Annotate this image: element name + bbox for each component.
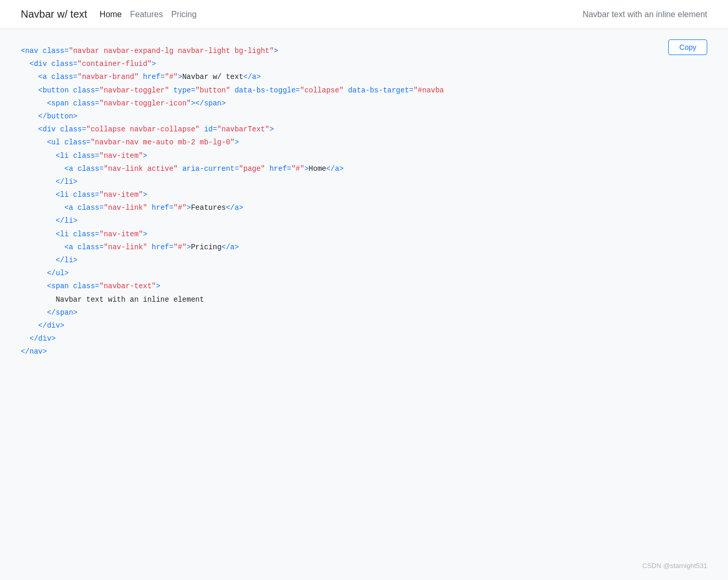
nav-link-pricing[interactable]: Pricing bbox=[171, 10, 197, 19]
code-line-10: <a class="nav-link active" aria-current=… bbox=[21, 163, 707, 176]
code-line-5: <span class="navbar-toggler-icon"></span… bbox=[21, 97, 707, 110]
code-line-3: <a class="navbar-brand" href="#">Navbar … bbox=[21, 71, 707, 84]
code-line-11: </li> bbox=[21, 176, 707, 188]
code-line-17: </li> bbox=[21, 254, 707, 267]
code-line-23: </div> bbox=[21, 332, 707, 345]
watermark: CSDN @starnight531 bbox=[642, 562, 707, 570]
code-line-22: </div> bbox=[21, 319, 707, 332]
code-line-16: <a class="nav-link" href="#">Pricing</a> bbox=[21, 241, 707, 254]
code-line-21: </span> bbox=[21, 306, 707, 319]
code-line-15: <li class="nav-item"> bbox=[21, 228, 707, 241]
code-line-12: <li class="nav-item"> bbox=[21, 188, 707, 201]
code-block: <nav class="navbar navbar-expand-lg navb… bbox=[21, 45, 707, 359]
code-line-18: </ul> bbox=[21, 267, 707, 280]
code-line-9: <li class="nav-item"> bbox=[21, 150, 707, 163]
navbar-brand: Navbar w/ text bbox=[21, 8, 87, 20]
code-line-8: <ul class="navbar-nav me-auto mb-2 mb-lg… bbox=[21, 136, 707, 149]
nav-link-home[interactable]: Home bbox=[100, 10, 122, 19]
code-line-6: </button> bbox=[21, 110, 707, 123]
code-line-19: <span class="navbar-text"> bbox=[21, 280, 707, 293]
code-line-13: <a class="nav-link" href="#">Features</a… bbox=[21, 201, 707, 214]
code-section: Copy <nav class="navbar navbar-expand-lg… bbox=[0, 29, 728, 496]
code-line-2: <div class="container-fluid"> bbox=[21, 58, 707, 71]
nav-link-features[interactable]: Features bbox=[130, 10, 163, 19]
code-line-4: <button class="navbar-toggler" type="but… bbox=[21, 84, 707, 97]
code-line-20: Navbar text with an inline element bbox=[21, 293, 707, 306]
navbar-text: Navbar text with an inline element bbox=[583, 10, 707, 19]
code-line-7: <div class="collapse navbar-collapse" id… bbox=[21, 123, 707, 136]
nav-links: Home Features Pricing bbox=[100, 10, 197, 19]
code-line-1: <nav class="navbar navbar-expand-lg navb… bbox=[21, 45, 707, 58]
copy-button[interactable]: Copy bbox=[668, 39, 707, 55]
navbar-preview: Navbar w/ text Home Features Pricing Nav… bbox=[0, 0, 728, 29]
code-line-14: </li> bbox=[21, 214, 707, 227]
code-line-24: </nav> bbox=[21, 345, 707, 358]
